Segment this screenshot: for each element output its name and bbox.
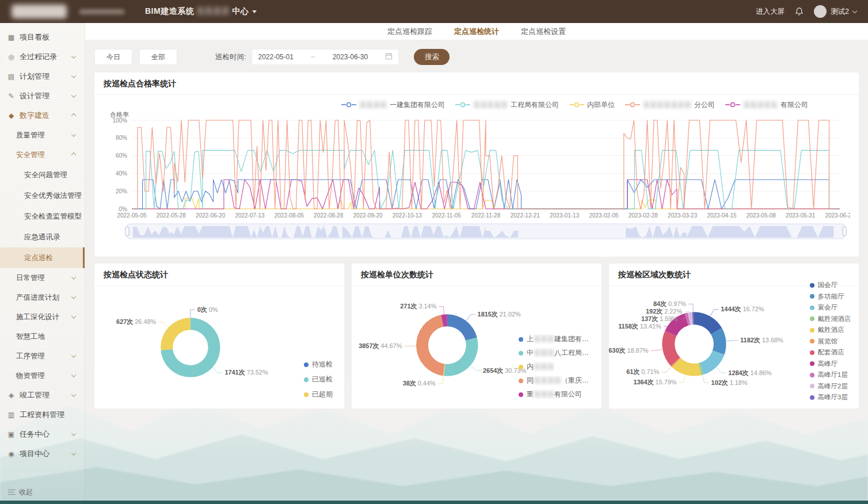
- chevron-down-icon: [71, 450, 76, 455]
- legend-dot-icon: [810, 306, 814, 310]
- notification-bell-icon[interactable]: [795, 7, 804, 16]
- search-button[interactable]: 搜索: [414, 49, 450, 65]
- sidebar-item-0[interactable]: ▦项目看板: [0, 28, 85, 47]
- legend-dot-icon: [810, 328, 814, 333]
- date-start-value[interactable]: 2022-05-01: [258, 53, 293, 61]
- svg-text:2023-01-13: 2023-01-13: [550, 212, 580, 219]
- donut-legend-item-10[interactable]: 高峰厅3层: [810, 393, 851, 402]
- chevron-down-icon: [71, 274, 76, 279]
- donut-slice-2[interactable]: [161, 318, 191, 350]
- sidebar-item-7[interactable]: 安全问题管理: [0, 165, 85, 185]
- enter-big-screen-link[interactable]: 进入大屏: [756, 7, 785, 17]
- sidebar-item-label: 物资管理: [16, 371, 45, 381]
- donut-legend-item-5[interactable]: 展览馆: [810, 337, 851, 346]
- line-legend-item-0[interactable]: 某某某某一建集团有限公司: [341, 100, 445, 110]
- legend-dot-icon: [810, 361, 814, 366]
- sidebar-item-4[interactable]: ◆数字建造: [0, 106, 85, 125]
- sidebar-item-20[interactable]: ▣任务中心: [0, 425, 85, 444]
- datazoom-right-handle[interactable]: [843, 227, 846, 236]
- donut-slice-1[interactable]: [444, 338, 478, 376]
- donut-label-leader: [710, 310, 718, 316]
- sidebar-item-21[interactable]: ◉项目中心: [0, 444, 85, 464]
- donut-legend-item-8[interactable]: 高峰厅1层: [810, 371, 851, 379]
- sidebar-item-2[interactable]: ▤计划管理: [0, 67, 85, 86]
- line-legend-item-4[interactable]: 某某某某某有限公司: [725, 100, 808, 110]
- quick-filter-today-button[interactable]: 今日: [94, 49, 132, 65]
- donut-legend-item-9[interactable]: 高峰厅2层: [810, 382, 851, 391]
- donut-label-leader: [726, 341, 738, 341]
- donut-label-leader: [213, 368, 223, 373]
- svg-text:2022-09-20: 2022-09-20: [353, 212, 383, 219]
- legend-name-blurred: 某某某某: [359, 100, 387, 110]
- date-range-picker[interactable]: 2022-05-01 ~ 2023-06-30: [252, 49, 399, 65]
- line-legend-item-1[interactable]: 某某某某某工程局有限公司: [455, 100, 559, 110]
- sidebar-item-15[interactable]: 智慧工地: [0, 327, 85, 346]
- donut-legend-item-0[interactable]: 待巡检: [304, 360, 333, 369]
- donut-label-leader: [439, 307, 444, 314]
- donut-legend-item-4[interactable]: 重某某某有限公司: [519, 390, 595, 399]
- pass-rate-card: 按巡检点合格率统计 某某某某一建集团有限公司某某某某某工程局有限公司内部单位某某…: [94, 72, 859, 257]
- donut-slice-2[interactable]: [700, 350, 725, 375]
- filter-bar: 今日 全部 巡检时间: 2022-05-01 ~ 2023-06-30 搜索: [94, 48, 859, 66]
- sidebar-item-1[interactable]: ◎全过程记录: [0, 47, 85, 67]
- sidebar-item-9[interactable]: 安全检查监管模型: [0, 206, 85, 227]
- donut-label-leader: [191, 310, 195, 317]
- donut-legend-item-1[interactable]: 中某某某八工程局有…: [519, 348, 595, 358]
- svg-text:2022-11-28: 2022-11-28: [471, 212, 501, 219]
- donut-slice-0[interactable]: [447, 314, 477, 340]
- sidebar-item-11[interactable]: 定点巡检: [0, 247, 85, 268]
- donut-legend-item-6[interactable]: 配套酒店: [810, 348, 851, 357]
- line-legend-item-2[interactable]: 内部单位: [569, 100, 615, 110]
- sidebar-item-6[interactable]: 安全管理: [0, 145, 85, 165]
- collapse-sidebar-button[interactable]: 收起: [8, 487, 33, 497]
- svg-text:20%: 20%: [116, 188, 127, 194]
- sidebar-item-17[interactable]: 物资管理: [0, 366, 85, 385]
- legend-name: 一建集团有限公司: [390, 100, 445, 110]
- datazoom-left-handle[interactable]: [125, 227, 129, 236]
- donut-legend-item-1[interactable]: 多功能厅: [810, 292, 851, 301]
- donut-label-leader: [717, 368, 726, 373]
- donut-legend-item-2[interactable]: 内某某某: [519, 362, 595, 372]
- logo: [12, 5, 67, 18]
- donut-legend-item-0[interactable]: 上某某某建集团有限…: [519, 334, 595, 344]
- donut-legend-item-3[interactable]: 戴胜湖酒店: [810, 315, 851, 323]
- sidebar-item-3[interactable]: ✎设计管理: [0, 86, 85, 106]
- digital-build-icon: ◆: [7, 112, 16, 120]
- sidebar-item-label: 项目看板: [20, 32, 50, 43]
- tab-2[interactable]: 定点巡检设置: [521, 26, 566, 37]
- donut-slice-3[interactable]: [416, 315, 444, 376]
- donut-legend-item-0[interactable]: 国会厅: [810, 281, 851, 289]
- donut-legend-item-4[interactable]: 戴胜酒店: [810, 326, 851, 334]
- sidebar-item-13[interactable]: 产值进度计划: [0, 288, 85, 307]
- donut-legend-item-2[interactable]: 宴会厅: [810, 303, 851, 312]
- sidebar-item-18[interactable]: ◈竣工管理: [0, 385, 85, 405]
- sidebar-item-label: 安全检查监管模型: [24, 212, 82, 222]
- legend-label: 高峰厅3层: [818, 393, 848, 402]
- donut-legend-item-7[interactable]: 高峰厅: [810, 360, 851, 368]
- sidebar-item-10[interactable]: 应急通讯录: [0, 227, 85, 247]
- sidebar-item-5[interactable]: 质量管理: [0, 125, 85, 145]
- user-menu[interactable]: 测试2: [814, 5, 856, 18]
- sidebar-item-8[interactable]: 安全优秀做法管理: [0, 185, 85, 206]
- legend-dot-icon: [810, 373, 814, 377]
- sidebar-item-14[interactable]: 施工深化设计: [0, 307, 85, 327]
- tab-1[interactable]: 定点巡检统计: [454, 26, 499, 37]
- donut-legend-item-2[interactable]: 已超期: [304, 390, 333, 399]
- quick-filter-all-button[interactable]: 全部: [139, 49, 177, 65]
- sidebar-item-16[interactable]: 工序管理: [0, 346, 85, 366]
- svg-text:2022-12-21: 2022-12-21: [511, 212, 540, 219]
- sidebar-item-19[interactable]: ▥工程资料管理: [0, 405, 85, 425]
- legend-name-blurred: 某某某某某某某: [643, 100, 691, 110]
- donut-label: 61次 0.71%: [626, 368, 659, 375]
- line-legend-item-3[interactable]: 某某某某某某某分公司: [625, 100, 715, 110]
- donut-legend-item-1[interactable]: 已巡检: [304, 375, 333, 384]
- pass-rate-line-chart[interactable]: 0%20%40%60%80%100%合格率2022-05-052022-05-2…: [103, 110, 850, 254]
- area-count-legend: 国会厅多功能厅宴会厅戴胜湖酒店戴胜酒店展览馆配套酒店高峰厅高峰厅1层高峰厅2层高…: [810, 281, 851, 402]
- sidebar-item-12[interactable]: 日常管理: [0, 268, 85, 288]
- tab-0[interactable]: 定点巡检跟踪: [387, 26, 432, 37]
- datazoom-slider[interactable]: [125, 224, 846, 239]
- date-end-value[interactable]: 2023-06-30: [333, 53, 368, 61]
- donut-legend-item-3[interactable]: 同某某某某（重庆）…: [519, 376, 595, 385]
- app-title-dropdown[interactable]: BIM建造系统 某某某某 中心: [145, 6, 257, 17]
- donut-label: 1158次 13.41%: [618, 323, 661, 330]
